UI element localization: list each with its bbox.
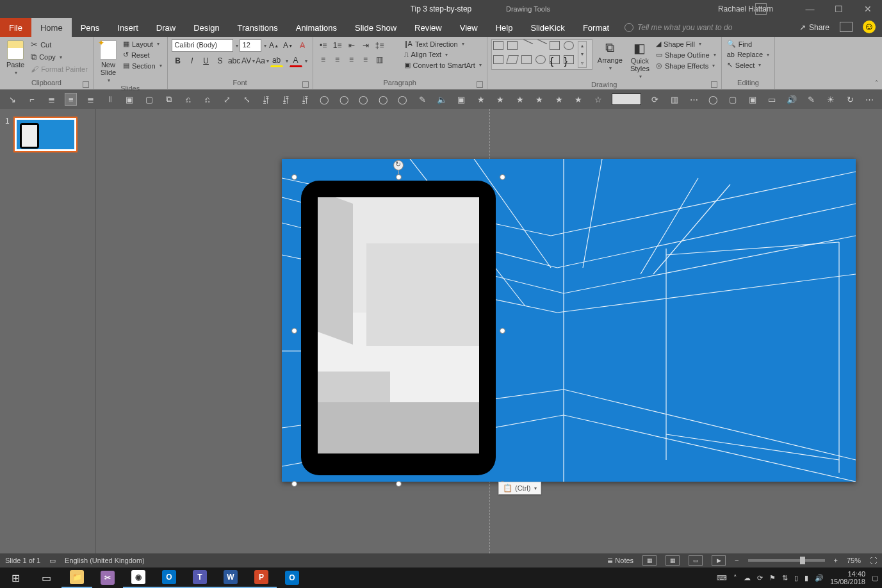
format-painter-button[interactable]: Format Painter: [29, 64, 89, 74]
rotation-handle[interactable]: [393, 160, 404, 170]
qat-bring-front[interactable]: ▣: [124, 93, 135, 106]
qat-align-left[interactable]: ≣: [45, 93, 57, 106]
find-button[interactable]: 🔍Find: [726, 39, 771, 49]
handle-sw[interactable]: [291, 481, 297, 487]
qat-item-30[interactable]: ⟳: [649, 93, 660, 106]
qat-item-14[interactable]: ⭿: [260, 93, 272, 106]
qat-item-34[interactable]: ▢: [727, 93, 739, 106]
select-button[interactable]: ↖Select▾: [726, 60, 771, 70]
cut-button[interactable]: Cut: [29, 39, 89, 50]
qat-item-32[interactable]: ⋯: [688, 93, 699, 106]
italic-button[interactable]: I: [186, 54, 199, 67]
qat-star-5[interactable]: ★: [553, 93, 565, 106]
align-text-button[interactable]: ⎍Align Text▾: [403, 50, 483, 59]
tray-flag-icon[interactable]: ⚑: [769, 574, 776, 582]
spellcheck-icon[interactable]: ▭: [49, 557, 56, 565]
qat-color-swatch[interactable]: [612, 94, 641, 105]
tray-volume-icon[interactable]: 🔊: [815, 574, 824, 582]
tray-sync-icon[interactable]: ⟳: [757, 574, 763, 582]
tab-home[interactable]: Home: [31, 18, 72, 37]
comments-icon[interactable]: [840, 22, 853, 32]
qat-item-13[interactable]: ⤡: [241, 93, 252, 106]
reading-view-button[interactable]: ▭: [689, 555, 703, 566]
tray-onedrive-icon[interactable]: ☁: [744, 574, 751, 582]
new-slide-button[interactable]: New Slide▾: [97, 39, 119, 85]
qat-item-23[interactable]: 🔈: [436, 93, 448, 106]
qat-star-1[interactable]: ★: [475, 93, 487, 106]
tray-wifi-icon[interactable]: ▮: [804, 574, 808, 582]
qat-refresh[interactable]: ↻: [844, 93, 856, 106]
sorter-view-button[interactable]: ▦: [666, 555, 680, 566]
qat-item-1[interactable]: ↘: [6, 93, 18, 106]
handle-e[interactable]: [500, 328, 505, 334]
qat-item-39[interactable]: ☀: [824, 93, 836, 106]
qat-star-2[interactable]: ★: [494, 93, 506, 106]
zoom-out-button[interactable]: −: [735, 557, 739, 564]
bullets-button[interactable]: •≡: [317, 39, 330, 52]
share-button[interactable]: ↗Share: [793, 18, 836, 37]
shapes-scroll[interactable]: ▴▾▿: [578, 41, 587, 68]
tray-keyboard-icon[interactable]: ⌨: [717, 574, 727, 582]
qat-item-31[interactable]: ▥: [668, 93, 680, 106]
justify-button[interactable]: ≡: [359, 53, 372, 66]
tell-me-search[interactable]: Tell me what you want to do: [618, 18, 793, 37]
qat-item-38[interactable]: ✎: [805, 93, 817, 106]
text-direction-button[interactable]: ‖AText Direction▾: [403, 39, 483, 49]
font-name-combo[interactable]: Calibri (Body): [172, 39, 233, 52]
align-right-button[interactable]: ≡: [345, 53, 358, 66]
font-dialog-launcher[interactable]: [302, 81, 309, 88]
numbering-button[interactable]: 1≡: [331, 39, 344, 52]
decrease-indent-button[interactable]: ⇤: [345, 39, 358, 52]
highlight-button[interactable]: ab: [270, 54, 283, 67]
tray-notifications-icon[interactable]: ▢: [872, 574, 878, 582]
tray-chevron-icon[interactable]: ˄: [733, 574, 737, 582]
quick-styles-button[interactable]: ◧Quick Styles▾: [628, 39, 652, 81]
slide-thumbnail-panel[interactable]: 1: [0, 109, 96, 553]
shape-outline-button[interactable]: ▭Shape Outline▾: [655, 50, 717, 60]
tab-slideshow[interactable]: Slide Show: [346, 18, 405, 37]
qat-item-35[interactable]: ▣: [746, 93, 758, 106]
maximize-button[interactable]: ☐: [824, 0, 853, 18]
zoom-thumb[interactable]: [800, 557, 805, 564]
qat-item-33[interactable]: ◯: [707, 93, 719, 106]
increase-indent-button[interactable]: ⇥: [359, 39, 372, 52]
clear-formatting-button[interactable]: A̶: [296, 39, 309, 52]
qat-item-12[interactable]: ⤢: [221, 93, 233, 106]
qat-more[interactable]: ⋯: [863, 93, 875, 106]
font-color-button[interactable]: A: [290, 54, 302, 67]
line-spacing-button[interactable]: ‡≡: [373, 39, 386, 52]
tab-insert[interactable]: Insert: [108, 18, 147, 37]
align-left-button[interactable]: ≡: [317, 53, 330, 66]
increase-font-button[interactable]: A▲: [268, 39, 281, 52]
qat-item-16[interactable]: ⭿: [299, 93, 311, 106]
reset-button[interactable]: ↺Reset: [122, 50, 163, 60]
paste-options-button[interactable]: (Ctrl)▾: [498, 482, 541, 494]
normal-view-button[interactable]: ▦: [642, 555, 657, 566]
taskbar-snip[interactable]: ✂: [92, 568, 123, 588]
qat-send-back[interactable]: ▢: [143, 93, 154, 106]
tab-help[interactable]: Help: [487, 18, 522, 37]
selected-shape[interactable]: [294, 177, 503, 484]
align-center-button[interactable]: ≡: [331, 53, 344, 66]
taskbar-teams[interactable]: T: [184, 568, 215, 588]
slide-thumbnail-1[interactable]: [13, 117, 78, 152]
char-spacing-button[interactable]: AV▾: [242, 54, 255, 67]
shadow-button[interactable]: abc: [228, 54, 241, 67]
close-button[interactable]: ✕: [853, 0, 882, 18]
qat-item-21[interactable]: ◯: [397, 93, 409, 106]
taskbar-outlook[interactable]: O: [154, 568, 184, 588]
tab-design[interactable]: Design: [184, 18, 228, 37]
paste-button[interactable]: Paste▾: [4, 39, 27, 77]
taskbar-explorer[interactable]: 📁: [61, 568, 92, 588]
handle-n[interactable]: [396, 174, 402, 180]
tray-clock[interactable]: 14:40 15/08/2018: [830, 570, 865, 585]
smartart-button[interactable]: ▣Convert to SmartArt▾: [403, 60, 483, 70]
minimize-button[interactable]: —: [796, 0, 824, 18]
tab-review[interactable]: Review: [405, 18, 451, 37]
zoom-slider[interactable]: [748, 559, 825, 562]
zoom-level[interactable]: 75%: [847, 557, 861, 564]
qat-item-15[interactable]: ⭿: [280, 93, 291, 106]
qat-align-center[interactable]: ≡: [65, 93, 76, 106]
tab-view[interactable]: View: [451, 18, 487, 37]
taskbar-chrome[interactable]: ◉: [123, 568, 154, 588]
